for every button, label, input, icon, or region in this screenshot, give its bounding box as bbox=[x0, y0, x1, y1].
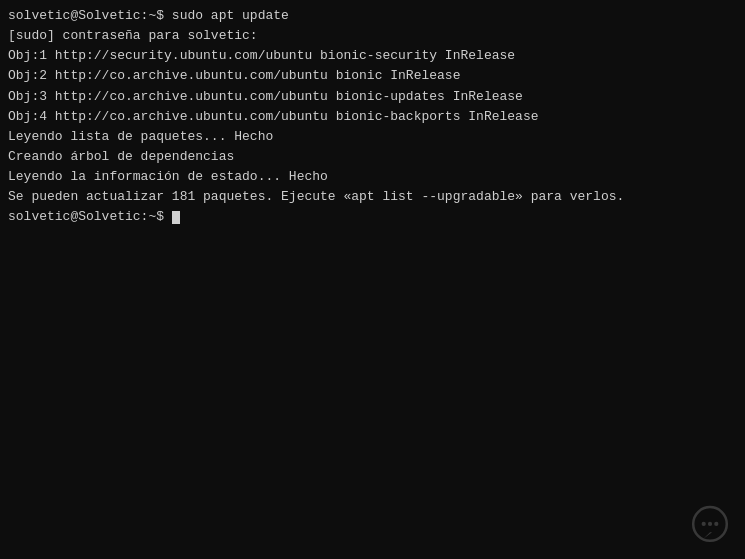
terminal-line-obj2: Obj:2 http://co.archive.ubuntu.com/ubunt… bbox=[8, 66, 737, 86]
terminal-line-actualizar: Se pueden actualizar 181 paquetes. Ejecu… bbox=[8, 187, 737, 207]
terminal-line-leyendo-estado: Leyendo la información de estado... Hech… bbox=[8, 167, 737, 187]
terminal-line-prompt-end: solvetic@Solvetic:~$ bbox=[8, 207, 737, 227]
terminal-window[interactable]: solvetic@Solvetic:~$ sudo apt update[sud… bbox=[0, 0, 745, 559]
svg-point-2 bbox=[708, 522, 712, 526]
terminal-line-obj1: Obj:1 http://security.ubuntu.com/ubuntu … bbox=[8, 46, 737, 66]
terminal-cursor bbox=[172, 211, 180, 224]
terminal-line-creando-arbol: Creando árbol de dependencias bbox=[8, 147, 737, 167]
terminal-line-obj3: Obj:3 http://co.archive.ubuntu.com/ubunt… bbox=[8, 87, 737, 107]
svg-point-3 bbox=[714, 522, 718, 526]
terminal-line-cmd: solvetic@Solvetic:~$ sudo apt update bbox=[8, 6, 737, 26]
terminal-line-sudo-prompt: [sudo] contraseña para solvetic: bbox=[8, 26, 737, 46]
svg-point-1 bbox=[702, 522, 706, 526]
watermark-icon bbox=[689, 505, 731, 547]
svg-marker-4 bbox=[704, 532, 712, 538]
terminal-line-leyendo-paquetes: Leyendo lista de paquetes... Hecho bbox=[8, 127, 737, 147]
terminal-line-obj4: Obj:4 http://co.archive.ubuntu.com/ubunt… bbox=[8, 107, 737, 127]
